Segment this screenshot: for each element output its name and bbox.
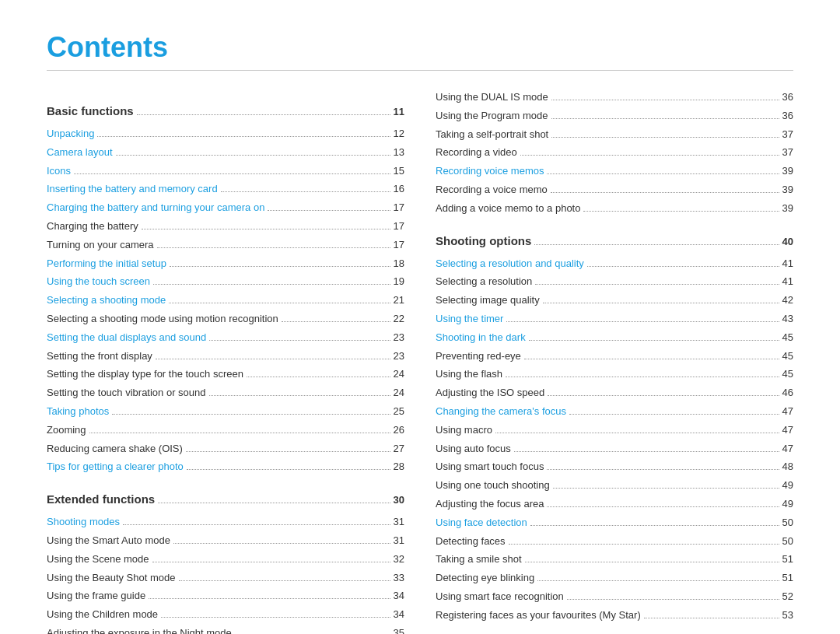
toc-page-number: 13 [394,145,404,161]
toc-entry[interactable]: Using smart touch focus48 [436,459,793,475]
toc-entry-label: Selecting a resolution and quality [436,256,584,272]
toc-page-number: 31 [394,533,404,549]
toc-entry[interactable]: Recording a voice memo39 [436,182,793,198]
toc-entry[interactable]: Using the Children mode34 [47,607,404,623]
toc-entry-label: Using smart face recognition [436,589,564,605]
toc-entry[interactable]: Using auto focus47 [436,441,793,457]
toc-entry-label: Inserting the battery and memory card [47,181,218,198]
toc-section-header: Shooting options40 [436,219,793,254]
toc-dots [153,284,390,285]
toc-entry[interactable]: Adjusting the focus area49 [436,496,793,513]
toc-entry[interactable]: Setting the touch vibration or sound24 [47,385,404,401]
toc-entry-label: Recording a voice memo [436,182,548,198]
toc-page-number: 15 [394,163,404,180]
toc-dots [152,562,390,562]
toc-page-number: 36 [782,108,793,124]
toc-entry[interactable]: Using the Beauty Shot mode33 [47,570,404,587]
toc-entry[interactable]: Icons15 [47,163,404,180]
toc-entry[interactable]: Detecting eye blinking51 [436,570,793,587]
toc-entry[interactable]: Reducing camera shake (OIS)27 [47,441,404,457]
toc-page-number: 50 [782,515,793,531]
toc-dots [89,433,390,433]
toc-entry-label: Selecting a resolution [436,274,532,290]
toc-entry[interactable]: Inserting the battery and memory card16 [47,181,404,198]
toc-page-number: 48 [782,459,793,475]
toc-entry[interactable]: Using the touch screen19 [47,274,404,290]
toc-dots [644,618,779,618]
toc-entry[interactable]: Changing the camera's focus47 [436,404,793,420]
toc-dots [161,617,390,618]
toc-dots [535,284,779,285]
toc-entry[interactable]: Taking a smile shot51 [436,552,793,568]
toc-dots [551,100,779,100]
toc-entry[interactable]: Charging the battery17 [47,219,404,235]
toc-entry-label: Using macro [436,422,492,439]
toc-entry[interactable]: Setting the dual displays and sound23 [47,330,404,346]
toc-entry[interactable]: Preventing red-eye45 [436,349,793,365]
toc-entry[interactable]: Adding a voice memo to a photo39 [436,201,793,217]
toc-entry[interactable]: Setting the display type for the touch s… [47,366,404,383]
toc-entry-label: Using the timer [436,311,503,328]
toc-entry[interactable]: Detecting faces50 [436,534,793,550]
toc-page-number: 17 [394,200,404,216]
toc-entry[interactable]: Selecting a resolution and quality41 [436,256,793,272]
toc-page-number: 32 [394,552,404,568]
toc-page-number: 47 [782,404,793,420]
toc-entry-label: Adjusting the focus area [436,496,544,513]
toc-dots [587,266,779,267]
toc-entry[interactable]: Adjusting the exposure in the Night mode… [47,625,404,634]
toc-entry[interactable]: Using the Smart Auto mode31 [47,533,404,549]
toc-entry[interactable]: Selecting image quality42 [436,292,793,309]
toc-entry[interactable]: Zooming26 [47,422,404,439]
toc-entry[interactable]: Using the DUAL IS mode36 [436,89,793,106]
toc-dots [158,503,390,503]
toc-dots [534,244,779,245]
toc-entry[interactable]: Registering faces as your favourites (My… [436,608,793,624]
toc-columns: Basic functions11Unpacking12Camera layou… [47,89,793,634]
toc-entry[interactable]: Recording voice memos39 [436,163,793,180]
toc-page-number: 47 [782,422,793,439]
toc-entry[interactable]: Setting the front display23 [47,349,404,365]
toc-entry[interactable]: Shooting in the dark45 [436,330,793,346]
toc-entry-label: Charging the battery and turning your ca… [47,200,264,216]
toc-entry[interactable]: Taking photos25 [47,404,404,420]
toc-entry[interactable]: Unpacking12 [47,126,404,142]
toc-dots [551,118,779,119]
toc-entry[interactable]: Selecting a shooting mode using motion r… [47,311,404,328]
toc-dots [149,598,390,599]
toc-entry[interactable]: Using smart face recognition52 [436,589,793,605]
toc-page-number: 42 [782,292,793,309]
toc-entry[interactable]: Charging the battery and turning your ca… [47,200,404,216]
toc-entry[interactable]: Taking a self-portrait shot37 [436,127,793,143]
toc-entry[interactable]: Selecting a resolution41 [436,274,793,290]
section-header-label: Basic functions [47,102,134,121]
toc-entry-label: Changing the camera's focus [436,404,566,420]
toc-entry[interactable]: Adjusting the ISO speed46 [436,385,793,401]
toc-page-number: 41 [782,274,793,290]
toc-entry[interactable]: Using face detection50 [436,515,793,531]
toc-entry[interactable]: Camera layout13 [47,145,404,161]
toc-entry[interactable]: Using the frame guide34 [47,588,404,604]
toc-entry[interactable]: Turning on your camera17 [47,237,404,254]
toc-page-number: 19 [394,274,404,290]
toc-entry-label: Using the Program mode [436,108,548,124]
toc-entry[interactable]: Using the Program mode36 [436,108,793,124]
toc-entry[interactable]: Tips for getting a clearer photo28 [47,459,404,475]
toc-entry[interactable]: Recording a video37 [436,145,793,161]
toc-page-number: 53 [782,608,793,624]
toc-entry[interactable]: Using the flash45 [436,366,793,383]
right-column: Using the DUAL IS mode36Using the Progra… [436,89,793,634]
toc-entry[interactable]: Using the Scene mode32 [47,552,404,568]
toc-entry[interactable]: Using one touch shooting49 [436,478,793,494]
toc-entry-label: Shooting in the dark [436,330,526,346]
toc-dots [551,192,779,193]
toc-page-number: 26 [394,422,404,439]
toc-entry[interactable]: Performing the initial setup18 [47,256,404,272]
toc-entry[interactable]: Using macro47 [436,422,793,439]
toc-entry-label: Setting the front display [47,349,152,365]
toc-entry-label: Taking photos [47,404,109,420]
toc-dots [495,433,779,433]
toc-entry[interactable]: Using the timer43 [436,311,793,328]
toc-entry[interactable]: Selecting a shooting mode21 [47,292,404,309]
toc-entry[interactable]: Shooting modes31 [47,514,404,531]
